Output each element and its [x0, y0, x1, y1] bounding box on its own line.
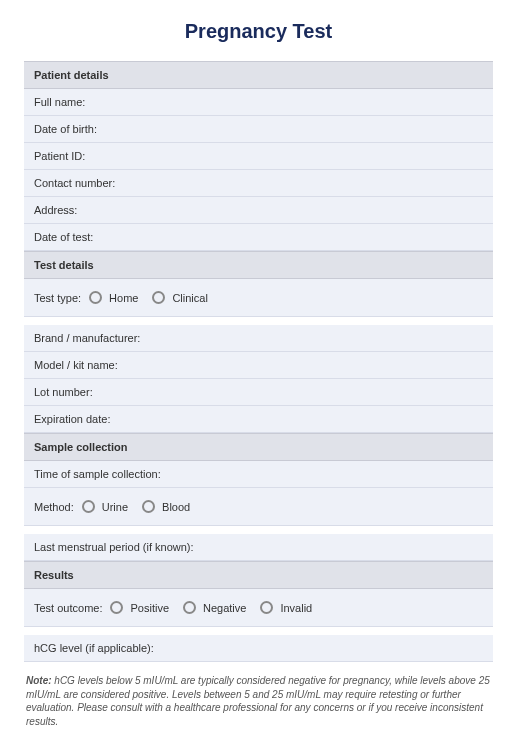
radio-positive-label: Positive [130, 602, 169, 614]
field-sample-time[interactable]: Time of sample collection: [24, 461, 493, 488]
radio-clinical-label: Clinical [172, 292, 207, 304]
radio-positive[interactable]: Positive [110, 601, 169, 614]
radio-negative[interactable]: Negative [183, 601, 246, 614]
radio-urine-label: Urine [102, 501, 128, 513]
field-expiration[interactable]: Expiration date: [24, 406, 493, 433]
field-brand[interactable]: Brand / manufacturer: [24, 325, 493, 352]
radio-home-label: Home [109, 292, 138, 304]
radio-circle-icon [110, 601, 123, 614]
field-full-name[interactable]: Full name: [24, 89, 493, 116]
method-label: Method: [34, 501, 74, 513]
radio-circle-icon [89, 291, 102, 304]
radio-circle-icon [142, 500, 155, 513]
radio-blood[interactable]: Blood [142, 500, 190, 513]
page-title: Pregnancy Test [24, 20, 493, 43]
field-patient-id[interactable]: Patient ID: [24, 143, 493, 170]
note-text: Note: hCG levels below 5 mIU/mL are typi… [24, 674, 493, 728]
field-outcome: Test outcome: Positive Negative Invalid [24, 589, 493, 627]
radio-invalid-label: Invalid [280, 602, 312, 614]
field-address[interactable]: Address: [24, 197, 493, 224]
radio-circle-icon [152, 291, 165, 304]
radio-circle-icon [82, 500, 95, 513]
section-header-patient: Patient details [24, 61, 493, 89]
section-header-test: Test details [24, 251, 493, 279]
radio-clinical[interactable]: Clinical [152, 291, 207, 304]
outcome-label: Test outcome: [34, 602, 102, 614]
field-lot[interactable]: Lot number: [24, 379, 493, 406]
field-dob[interactable]: Date of birth: [24, 116, 493, 143]
radio-urine[interactable]: Urine [82, 500, 128, 513]
note-body: hCG levels below 5 mIU/mL are typically … [26, 675, 490, 727]
radio-invalid[interactable]: Invalid [260, 601, 312, 614]
radio-home[interactable]: Home [89, 291, 138, 304]
field-test-type: Test type: Home Clinical [24, 279, 493, 317]
radio-circle-icon [260, 601, 273, 614]
field-method: Method: Urine Blood [24, 488, 493, 526]
radio-negative-label: Negative [203, 602, 246, 614]
test-type-label: Test type: [34, 292, 81, 304]
field-hcg[interactable]: hCG level (if applicable): [24, 635, 493, 662]
field-last-period[interactable]: Last menstrual period (if known): [24, 534, 493, 561]
section-header-sample: Sample collection [24, 433, 493, 461]
section-header-results: Results [24, 561, 493, 589]
field-model[interactable]: Model / kit name: [24, 352, 493, 379]
radio-blood-label: Blood [162, 501, 190, 513]
field-contact[interactable]: Contact number: [24, 170, 493, 197]
note-label: Note: [26, 675, 52, 686]
radio-circle-icon [183, 601, 196, 614]
field-date-of-test[interactable]: Date of test: [24, 224, 493, 251]
